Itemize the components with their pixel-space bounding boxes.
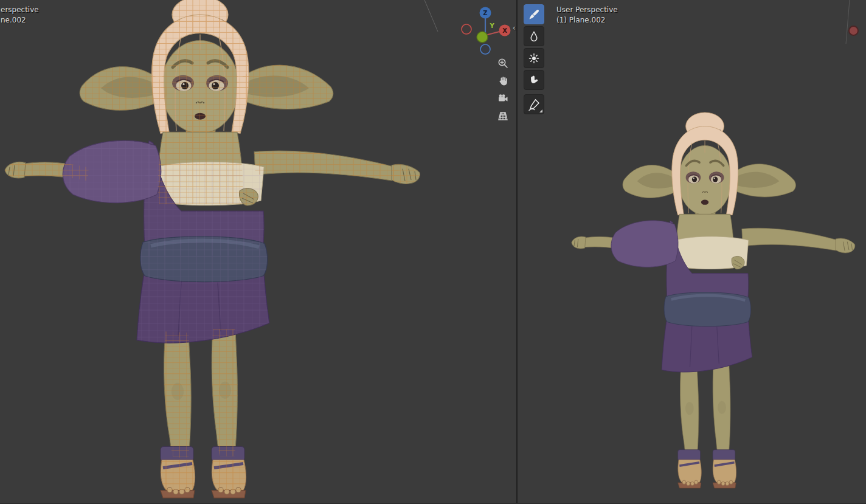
gizmo-z-label: Z bbox=[483, 10, 487, 16]
subtool-indicator bbox=[539, 109, 542, 112]
pen-icon bbox=[527, 98, 541, 111]
gizmo-y-positive[interactable] bbox=[477, 32, 488, 43]
region-collapse-arrow[interactable]: ‹ bbox=[513, 23, 516, 32]
gizmo-y-label: Y bbox=[489, 22, 494, 29]
tool-smear[interactable] bbox=[524, 70, 544, 90]
blender-split-view: erspective ne.002 Z Y X bbox=[0, 0, 866, 504]
gizmo-x-negative[interactable] bbox=[462, 24, 471, 34]
camera-view-button[interactable] bbox=[494, 90, 511, 107]
perspective-toggle-button[interactable] bbox=[494, 108, 511, 125]
finger-icon bbox=[527, 74, 541, 87]
paint-toolbar bbox=[524, 4, 544, 116]
pan-hand-icon bbox=[497, 75, 509, 87]
viewport-header-right: User Perspective (1) Plane.002 bbox=[556, 5, 618, 26]
stray-gizmo-wire bbox=[841, 0, 859, 49]
gizmo-x-ball-partial[interactable] bbox=[848, 26, 859, 36]
grid-perspective-icon bbox=[497, 110, 509, 122]
droplet-icon bbox=[527, 30, 541, 43]
viewport-nav-controls bbox=[494, 55, 511, 125]
zoom-button[interactable] bbox=[494, 55, 511, 72]
viewport-right[interactable]: User Perspective (1) Plane.002 bbox=[518, 0, 866, 504]
tool-annotate[interactable] bbox=[524, 94, 544, 114]
character-model-render-right[interactable] bbox=[567, 111, 858, 495]
viewport-left[interactable]: erspective ne.002 Z Y X bbox=[0, 0, 516, 504]
zoom-icon bbox=[497, 57, 509, 69]
camera-view-icon bbox=[497, 92, 509, 105]
sun-stamp-icon bbox=[527, 52, 541, 65]
brush-icon bbox=[527, 8, 541, 21]
view-name: User Perspective bbox=[556, 5, 618, 15]
navigation-gizmo[interactable]: Z Y X bbox=[457, 2, 513, 58]
tool-clone[interactable] bbox=[524, 48, 544, 68]
pan-button[interactable] bbox=[494, 72, 511, 89]
tool-soften[interactable] bbox=[524, 26, 544, 46]
object-name: (1) Plane.002 bbox=[556, 15, 618, 26]
cloth-wireframe-overlay bbox=[63, 140, 269, 343]
gizmo-x-label: X bbox=[502, 27, 507, 34]
character-model-render-left[interactable] bbox=[0, 0, 424, 504]
tool-draw[interactable] bbox=[524, 4, 544, 24]
gizmo-z-negative[interactable] bbox=[480, 44, 490, 54]
